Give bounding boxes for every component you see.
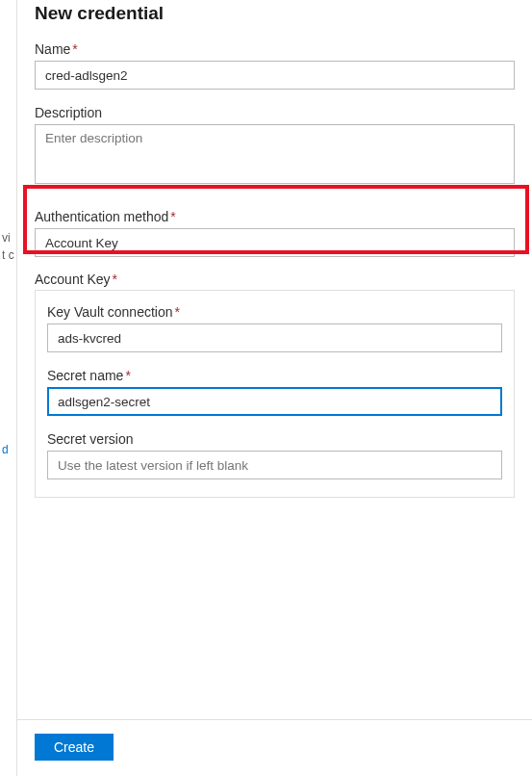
kv-connection-select[interactable] (47, 323, 502, 352)
secret-name-input[interactable] (47, 387, 502, 416)
panel-title: New credential (35, 3, 515, 24)
edge-text: t c (2, 248, 14, 262)
secret-version-label: Secret version (47, 431, 502, 447)
panel-footer: Create (17, 719, 532, 761)
required-asterisk: * (113, 272, 117, 287)
auth-method-field-block: Authentication method* (35, 209, 515, 257)
description-field-block: Description (35, 105, 515, 188)
edge-text: d (2, 443, 9, 456)
secret-version-input[interactable] (47, 451, 502, 479)
description-label: Description (35, 105, 515, 120)
description-input[interactable] (35, 124, 515, 184)
name-input[interactable] (35, 61, 515, 90)
auth-method-label: Authentication method* (35, 209, 515, 224)
secret-version-field-block: Secret version (47, 431, 502, 479)
required-asterisk: * (170, 209, 175, 224)
new-credential-panel: New credential Name* Description Authent… (17, 0, 532, 776)
kv-connection-label: Key Vault connection* (47, 304, 502, 320)
left-edge-fragment: vi t c d (0, 0, 17, 776)
required-asterisk: * (125, 368, 130, 383)
account-key-section-label: Account Key* (35, 272, 117, 287)
required-asterisk: * (175, 304, 180, 320)
create-button[interactable]: Create (35, 734, 114, 761)
name-label: Name* (35, 41, 515, 57)
secret-name-field-block: Secret name* (47, 368, 502, 416)
secret-name-label: Secret name* (47, 368, 502, 383)
account-key-section-wrapper: Account Key* Key Vault connection* Secre… (35, 271, 515, 498)
auth-method-select[interactable] (35, 228, 515, 257)
name-field-block: Name* (35, 41, 515, 90)
kv-connection-field-block: Key Vault connection* (47, 304, 502, 352)
edge-text: vi (2, 231, 11, 245)
required-asterisk: * (72, 41, 77, 57)
account-key-section: Key Vault connection* Secret name* Secre… (35, 290, 515, 498)
